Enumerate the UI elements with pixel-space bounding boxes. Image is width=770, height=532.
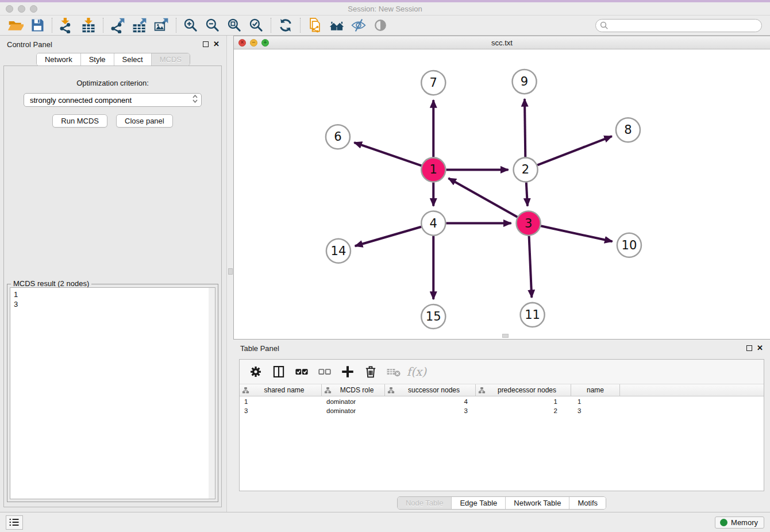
node-label: 14	[331, 244, 346, 258]
graph-node-10[interactable]: 10	[617, 233, 641, 257]
graph-node-15[interactable]: 15	[421, 304, 445, 329]
zoom-selected-button[interactable]	[245, 16, 267, 34]
edge-3-10[interactable]	[541, 226, 612, 241]
graph-node-4[interactable]: 4	[421, 211, 445, 236]
graph-node-3[interactable]: 3	[517, 211, 541, 236]
node-table-container: f(x) shared nameMCDS rolesuccessor nodes…	[239, 359, 764, 491]
node-label: 2	[522, 162, 529, 176]
network-close-button[interactable]: ×	[238, 39, 246, 47]
tab-network[interactable]: Network	[37, 53, 80, 65]
task-history-button[interactable]	[6, 515, 23, 530]
network-window-titlebar[interactable]: scc.txt × − +	[234, 36, 770, 49]
zoom-out-button[interactable]	[202, 16, 224, 34]
show-columns-button[interactable]	[268, 362, 289, 381]
column-header-predecessor-nodes[interactable]: predecessor nodes	[476, 384, 571, 396]
tab-style[interactable]: Style	[80, 53, 114, 65]
horizontal-divider-grip[interactable]	[502, 334, 509, 338]
divider-grip[interactable]	[228, 268, 233, 275]
import-network-button[interactable]	[56, 16, 78, 34]
network-canvas[interactable]: 7968124314101511	[234, 49, 770, 339]
home-button[interactable]	[326, 16, 348, 34]
column-header-name[interactable]: name	[571, 384, 620, 396]
table-settings-gear-button[interactable]	[245, 362, 266, 381]
close-table-panel-icon[interactable]: ✕	[757, 345, 763, 351]
export-table-icon	[132, 17, 148, 33]
save-session-button[interactable]	[26, 16, 48, 34]
edge-2-8[interactable]	[537, 136, 612, 165]
network-window-title: scc.txt	[234, 38, 770, 47]
column-type-icon	[324, 387, 332, 394]
tab-edge-table[interactable]: Edge Table	[451, 497, 505, 509]
control-panel: Control Panel ✕ NetworkStyleSelectMCDS O…	[0, 36, 226, 512]
table-panel: Table Panel ✕ f(x) shared nameMCDS roles…	[233, 340, 770, 512]
cell-MCDS-role: dominator	[322, 407, 385, 417]
toolbar-separator	[103, 18, 103, 33]
select-all-rows-button[interactable]	[291, 362, 312, 381]
delete-columns-button[interactable]	[360, 362, 381, 381]
import-table-button[interactable]	[78, 16, 99, 34]
graph-node-6[interactable]: 6	[326, 125, 350, 149]
zoom-fit-button[interactable]	[224, 16, 245, 34]
toolbar-separator	[300, 18, 301, 33]
table-row[interactable]: 1dominator411	[240, 398, 764, 407]
memory-button[interactable]: Memory	[715, 516, 764, 529]
close-panel-button[interactable]: Close panel	[116, 114, 173, 128]
column-header-shared-name[interactable]: shared name	[240, 384, 322, 396]
network-zoom-button[interactable]: +	[261, 39, 269, 47]
new-network-from-selection-button[interactable]	[304, 16, 326, 34]
edge-2-9[interactable]	[525, 99, 525, 157]
criterion-dropdown[interactable]: strongly connected component	[24, 93, 202, 107]
graph-node-11[interactable]: 11	[521, 303, 545, 327]
zoom-in-button[interactable]	[180, 16, 202, 34]
hide-graphics-details-button[interactable]	[348, 16, 369, 34]
edge-1-6[interactable]	[354, 142, 421, 165]
tab-mcds[interactable]: MCDS	[151, 53, 190, 65]
column-header-successor-nodes[interactable]: successor nodes	[385, 384, 476, 396]
tab-node-table[interactable]: Node Table	[398, 497, 452, 509]
table-panel-header: Table Panel ✕	[233, 340, 770, 357]
panel-split-divider[interactable]	[226, 36, 233, 512]
open-file-button[interactable]	[5, 16, 26, 34]
export-image-button[interactable]	[151, 16, 172, 34]
export-network-button[interactable]	[107, 16, 129, 34]
float-table-panel-icon[interactable]	[746, 345, 752, 351]
edge-4-14[interactable]	[355, 227, 421, 246]
search-input[interactable]	[595, 19, 762, 32]
graph-node-14[interactable]: 14	[326, 239, 351, 263]
graph-node-7[interactable]: 7	[421, 71, 445, 95]
node-label: 3	[525, 216, 532, 230]
run-mcds-button[interactable]: Run MCDS	[52, 114, 107, 128]
window-titlebar: Session: New Session	[0, 2, 770, 16]
main-toolbar	[0, 16, 770, 36]
hide-graphics-details-icon	[351, 17, 367, 33]
close-panel-icon[interactable]: ✕	[213, 41, 220, 47]
edge-3-1[interactable]	[448, 178, 517, 217]
create-column-button[interactable]	[337, 362, 358, 381]
zoom-out-icon	[205, 17, 221, 33]
edge-2-3[interactable]	[526, 182, 528, 206]
tab-motifs[interactable]: Motifs	[569, 497, 606, 509]
refresh-view-button[interactable]	[275, 16, 297, 34]
birds-eye-view-button[interactable]	[369, 16, 391, 34]
graph-node-1[interactable]: 1	[421, 157, 445, 182]
deselect-all-rows-button[interactable]	[314, 362, 335, 381]
create-column-icon	[340, 364, 355, 379]
tab-network-table[interactable]: Network Table	[505, 497, 569, 509]
cell-name: 3	[571, 407, 620, 417]
toolbar-separator	[176, 18, 176, 33]
export-table-button[interactable]	[129, 16, 151, 34]
network-minimize-button[interactable]: −	[250, 39, 257, 47]
tab-select[interactable]: Select	[114, 53, 151, 65]
column-header-MCDS-role[interactable]: MCDS role	[322, 384, 385, 396]
graph-node-8[interactable]: 8	[616, 118, 640, 142]
edge-3-11[interactable]	[529, 236, 532, 298]
graph-node-2[interactable]: 2	[514, 157, 538, 182]
result-scrollbar[interactable]	[209, 288, 215, 499]
mcds-result-node: 1	[14, 290, 205, 299]
graph-node-9[interactable]: 9	[513, 70, 537, 94]
cell-predecessor-nodes: 1	[476, 398, 571, 407]
column-type-icon	[387, 387, 395, 394]
mcds-result-group: MCDS result (2 nodes) 13	[7, 284, 218, 502]
float-panel-icon[interactable]	[203, 41, 209, 47]
table-row[interactable]: 3dominator323	[240, 407, 764, 417]
